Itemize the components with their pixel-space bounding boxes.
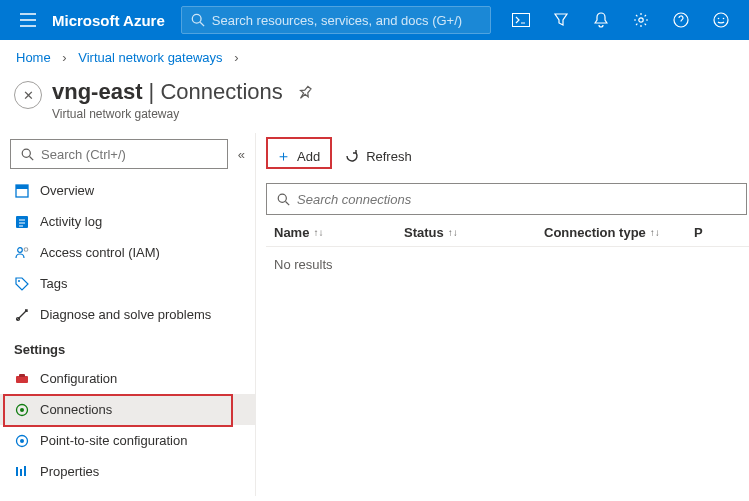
directory-filter-icon[interactable] bbox=[541, 0, 581, 40]
refresh-button-label: Refresh bbox=[366, 149, 412, 164]
sort-icon: ↑↓ bbox=[448, 228, 458, 238]
pin-icon[interactable] bbox=[297, 85, 313, 101]
sidebar-item-label: Overview bbox=[40, 183, 94, 198]
sidebar-item-connections[interactable]: Connections bbox=[0, 394, 255, 425]
tags-icon bbox=[14, 277, 30, 291]
sidebar-item-label: Point-to-site configuration bbox=[40, 433, 187, 448]
sidebar-item-properties[interactable]: Properties bbox=[0, 456, 255, 487]
resource-type-label: Virtual network gateway bbox=[52, 107, 283, 121]
settings-icon[interactable] bbox=[621, 0, 661, 40]
activity-log-icon bbox=[14, 215, 30, 229]
sidebar-item-label: Configuration bbox=[40, 371, 117, 386]
sort-icon: ↑↓ bbox=[650, 228, 660, 238]
filter-input-wrapper[interactable] bbox=[266, 183, 747, 215]
sidebar-item-label: Access control (IAM) bbox=[40, 245, 160, 260]
add-button-label: Add bbox=[297, 149, 320, 164]
cloud-shell-icon[interactable] bbox=[501, 0, 541, 40]
svg-line-1 bbox=[200, 22, 204, 26]
refresh-button[interactable]: Refresh bbox=[334, 142, 422, 170]
svg-point-6 bbox=[718, 18, 720, 20]
col-name[interactable]: Name ↑↓ bbox=[274, 225, 404, 240]
sidebar-item-overview[interactable]: Overview bbox=[0, 175, 255, 206]
breadcrumb-vng[interactable]: Virtual network gateways bbox=[78, 50, 222, 65]
breadcrumb: Home › Virtual network gateways › bbox=[0, 40, 749, 75]
svg-rect-17 bbox=[16, 376, 28, 383]
svg-line-9 bbox=[29, 156, 33, 160]
menu-search-input[interactable] bbox=[41, 147, 219, 162]
svg-point-15 bbox=[18, 280, 20, 282]
filter-input[interactable] bbox=[297, 192, 738, 207]
p2s-icon bbox=[14, 434, 30, 448]
svg-rect-18 bbox=[19, 374, 25, 377]
global-search-input[interactable] bbox=[212, 13, 482, 28]
svg-point-23 bbox=[278, 194, 286, 202]
configuration-icon bbox=[14, 373, 30, 385]
page-header: ✕ vng-east | Connections Virtual network… bbox=[0, 75, 749, 133]
search-icon bbox=[275, 193, 291, 206]
brand-label: Microsoft Azure bbox=[48, 12, 181, 29]
diagnose-icon bbox=[14, 308, 30, 322]
global-search[interactable] bbox=[181, 6, 491, 34]
table-body: No results bbox=[266, 247, 749, 282]
svg-point-8 bbox=[22, 149, 30, 157]
properties-icon bbox=[14, 465, 30, 478]
chevron-right-icon: › bbox=[230, 50, 242, 65]
overview-icon bbox=[14, 184, 30, 198]
sidebar-item-label: Properties bbox=[40, 464, 99, 479]
sidebar-item-label: Connections bbox=[40, 402, 112, 417]
col-label: Name bbox=[274, 225, 309, 240]
svg-point-14 bbox=[24, 248, 28, 252]
connections-icon bbox=[14, 403, 30, 417]
no-results-label: No results bbox=[274, 257, 333, 272]
plus-icon: ＋ bbox=[276, 147, 291, 166]
svg-point-13 bbox=[17, 248, 22, 253]
page-title: vng-east | Connections bbox=[52, 79, 283, 105]
col-extra[interactable]: P bbox=[694, 225, 714, 240]
sidebar-item-tags[interactable]: Tags bbox=[0, 268, 255, 299]
col-label: P bbox=[694, 225, 703, 240]
add-button[interactable]: ＋ Add bbox=[266, 141, 330, 172]
svg-point-5 bbox=[714, 13, 728, 27]
feedback-icon[interactable] bbox=[701, 0, 741, 40]
svg-rect-11 bbox=[16, 185, 28, 189]
search-icon bbox=[190, 13, 206, 27]
notifications-icon[interactable] bbox=[581, 0, 621, 40]
sidebar-item-label: Tags bbox=[40, 276, 67, 291]
svg-line-24 bbox=[285, 201, 289, 205]
settings-section-header: Settings bbox=[0, 330, 255, 363]
sidebar-item-activity-log[interactable]: Activity log bbox=[0, 206, 255, 237]
sidebar-item-p2s-config[interactable]: Point-to-site configuration bbox=[0, 425, 255, 456]
toolbar: ＋ Add Refresh bbox=[266, 139, 749, 173]
azure-topbar: Microsoft Azure bbox=[0, 0, 749, 40]
sidebar-item-access-control[interactable]: Access control (IAM) bbox=[0, 237, 255, 268]
col-label: Status bbox=[404, 225, 444, 240]
search-icon bbox=[19, 148, 35, 161]
sidebar-item-diagnose[interactable]: Diagnose and solve problems bbox=[0, 299, 255, 330]
svg-point-22 bbox=[20, 439, 24, 443]
sidebar-item-configuration[interactable]: Configuration bbox=[0, 363, 255, 394]
resource-name: vng-east bbox=[52, 79, 142, 104]
collapse-menu-button[interactable]: « bbox=[238, 147, 245, 162]
refresh-icon bbox=[344, 148, 360, 164]
help-icon[interactable] bbox=[661, 0, 701, 40]
svg-rect-2 bbox=[513, 14, 530, 27]
resource-section: Connections bbox=[160, 79, 282, 104]
sidebar-item-label: Diagnose and solve problems bbox=[40, 307, 211, 322]
connections-panel: ＋ Add Refresh Name ↑↓ Status ↑↓ bbox=[256, 133, 749, 496]
svg-point-3 bbox=[639, 18, 643, 22]
breadcrumb-home[interactable]: Home bbox=[16, 50, 51, 65]
svg-point-0 bbox=[192, 14, 201, 23]
hamburger-menu[interactable] bbox=[8, 0, 48, 40]
menu-search[interactable] bbox=[10, 139, 228, 169]
sort-icon: ↑↓ bbox=[313, 228, 323, 238]
chevron-right-icon: › bbox=[58, 50, 70, 65]
table-header: Name ↑↓ Status ↑↓ Connection type ↑↓ P bbox=[266, 215, 749, 247]
svg-point-7 bbox=[723, 18, 725, 20]
close-blade-button[interactable]: ✕ bbox=[14, 81, 42, 109]
svg-point-20 bbox=[20, 408, 24, 412]
col-type[interactable]: Connection type ↑↓ bbox=[544, 225, 694, 240]
sidebar-item-label: Activity log bbox=[40, 214, 102, 229]
col-status[interactable]: Status ↑↓ bbox=[404, 225, 544, 240]
resource-menu: « Overview Activity log Access control (… bbox=[0, 133, 256, 496]
iam-icon bbox=[14, 246, 30, 259]
